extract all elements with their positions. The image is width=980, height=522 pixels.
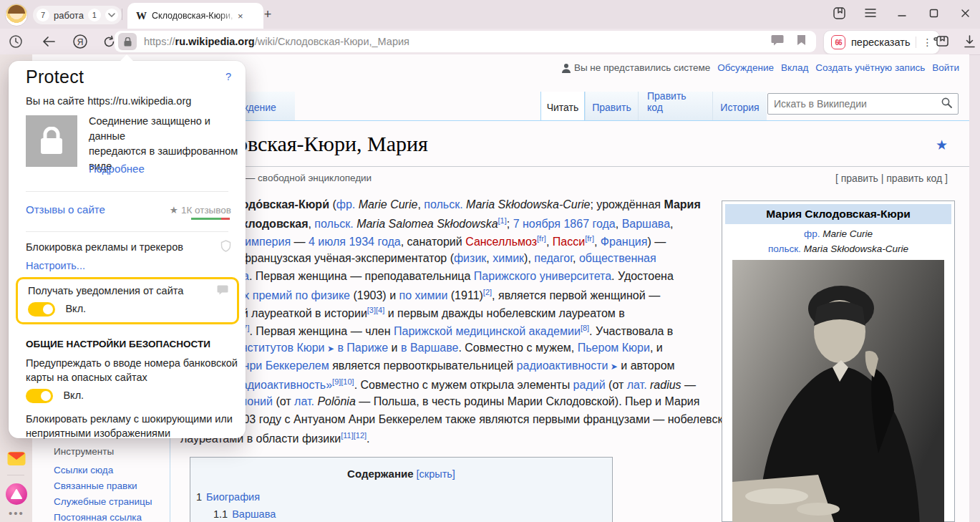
watchlist-star-icon[interactable]: ★ — [936, 137, 948, 153]
protect-help-link[interactable]: ? — [225, 71, 231, 82]
toc-item-biography[interactable]: 1Биография — [196, 491, 612, 503]
wiki-link[interactable]: 1867 года — [563, 218, 615, 230]
lock-icon[interactable] — [118, 33, 137, 50]
personal-link-contributions[interactable]: Вклад — [781, 62, 808, 73]
tab-group-работа[interactable]: 7 работа 1 — [33, 6, 122, 24]
wiki-link[interactable]: 7 ноября — [513, 218, 561, 230]
wiki-link[interactable]: по химии — [399, 289, 448, 301]
section-edit-links[interactable]: [ править | править код ] — [835, 173, 948, 184]
reference-link[interactable]: [fr] — [585, 234, 594, 243]
maximize-icon[interactable] — [927, 6, 940, 19]
wiki-link[interactable]: Варшава — [622, 218, 670, 230]
wiki-link[interactable]: химик — [493, 252, 524, 264]
tab-panel-icon[interactable] — [833, 6, 845, 19]
wiki-link[interactable]: лат. — [294, 395, 314, 407]
bookmark-flag-icon[interactable] — [797, 34, 806, 49]
retell-button[interactable]: 66 пересказать ⋮ — [823, 30, 940, 54]
history-clock-icon[interactable] — [7, 33, 24, 50]
wiki-link[interactable]: польск. — [314, 218, 353, 230]
page-comments-icon[interactable] — [771, 34, 784, 49]
wiki-link[interactable]: Санселльмоз — [465, 236, 537, 248]
reference-link[interactable]: [8] — [581, 324, 589, 332]
article-text: . Совместно с мужем открыла элементы — [354, 379, 573, 391]
sidebar-link-whatlinkshere[interactable]: Ссылки сюда — [54, 465, 152, 475]
wiki-link[interactable]: Парижского университета — [474, 270, 611, 282]
personal-bar: Вы не представились системе Обсуждение В… — [561, 62, 959, 73]
sidebar-link-special-pages[interactable]: Служебные страницы — [54, 497, 152, 507]
toc-hide-link[interactable]: [скрыть] — [417, 468, 455, 480]
new-tab-button[interactable]: + — [259, 6, 276, 23]
close-icon[interactable] — [959, 6, 971, 19]
yandex-mail-icon[interactable] — [6, 448, 26, 468]
tab-edit-source[interactable]: Править код — [638, 92, 712, 120]
details-link[interactable]: Подробнее — [89, 163, 145, 175]
wiki-link[interactable]: общественная — [579, 252, 656, 264]
wiki-link[interactable]: фр. — [336, 198, 356, 211]
article-text: — — [291, 236, 309, 248]
notifications-toggle[interactable] — [28, 302, 55, 316]
wiki-link[interactable]: Пьером Кюри — [578, 342, 650, 354]
search-input[interactable] — [768, 98, 941, 110]
site-reviews-link[interactable]: Отзывы о сайте — [26, 203, 105, 216]
sidebar-link-related-changes[interactable]: Связанные правки — [54, 481, 152, 491]
reference-link[interactable]: [3][4] — [367, 306, 384, 314]
title-rule — [180, 166, 969, 167]
wiki-link[interactable]: Парижской медицинской академии — [394, 325, 581, 337]
wiki-link[interactable]: польск. — [424, 198, 462, 211]
wiki-link[interactable]: 4 июля — [309, 236, 346, 248]
downloads-icon[interactable] — [961, 33, 978, 50]
reference-link[interactable]: [2] — [483, 288, 492, 296]
retell-label: пересказать — [851, 37, 910, 48]
wiki-link[interactable]: радиоактивности — [517, 359, 608, 372]
reference-link[interactable]: [fr] — [537, 234, 546, 243]
tab-group-chevron[interactable] — [105, 9, 118, 21]
minimize-icon[interactable] — [896, 6, 908, 19]
wiki-link[interactable]: в Варшаве — [401, 342, 458, 354]
wiki-link[interactable]: Институтов Кюри — [233, 342, 324, 354]
wiki-link[interactable]: педагог — [534, 252, 573, 264]
tab-edit[interactable]: Править — [585, 92, 638, 120]
article-text: ➤ — [608, 362, 617, 372]
protect-title: Protect — [26, 67, 84, 87]
tab-close-icon[interactable]: × — [238, 11, 243, 21]
wiki-link[interactable]: 1934 года — [349, 236, 400, 248]
article-text: Maria Salomea Skłodowska — [354, 218, 498, 230]
wiki-link[interactable]: в Париже — [337, 342, 388, 354]
toc-item-warsaw[interactable]: 1.1Варшава — [213, 508, 612, 520]
personal-link-create-account[interactable]: Создать учётную запись — [815, 62, 925, 73]
bankcard-toggle[interactable] — [26, 389, 53, 403]
profile-avatar[interactable] — [5, 4, 28, 26]
search-icon[interactable] — [941, 97, 952, 111]
wiki-link[interactable]: физик — [454, 252, 486, 264]
wiki-link[interactable]: радиоактивность» — [235, 379, 332, 391]
wiki-link[interactable]: радий — [573, 379, 606, 391]
article-text: ( — [329, 198, 336, 211]
url-text: https://ru.wikipedia.org/wiki/Склодовска… — [144, 36, 771, 47]
tab-read[interactable]: Читать — [540, 92, 585, 120]
reference-link[interactable]: [1] — [498, 216, 507, 225]
wiki-link[interactable]: лат. — [627, 379, 647, 391]
portrait-photo[interactable] — [732, 260, 944, 522]
alice-assistant-icon[interactable] — [6, 483, 27, 505]
configure-link[interactable]: Настроить... — [26, 260, 85, 271]
window-controls — [833, 6, 971, 19]
retell-more-icon[interactable]: ⋮ — [922, 37, 932, 48]
back-icon[interactable] — [40, 33, 57, 50]
reference-link[interactable]: [11][12] — [341, 431, 367, 440]
menu-icon[interactable] — [864, 6, 877, 19]
personal-link-discussion[interactable]: Обсуждение — [717, 62, 774, 73]
wiki-link[interactable]: Пасси — [553, 236, 585, 248]
address-bar[interactable]: https://ru.wikipedia.org/wiki/Склодовска… — [115, 31, 816, 52]
tab-history[interactable]: История — [712, 92, 767, 120]
reference-link[interactable]: [9][10] — [332, 377, 354, 386]
personal-link-login[interactable]: Войти — [932, 62, 959, 73]
active-tab[interactable]: W Склодовская-Кюри, Ма × — [127, 3, 263, 29]
infobox: Мария Склодовская-Кюри фр. Marie Curie п… — [722, 200, 955, 522]
wiki-search[interactable] — [767, 93, 959, 115]
tab-group-collapsed-badge[interactable]: 1 — [88, 9, 101, 21]
strip-more-icon[interactable]: ••• — [9, 507, 24, 519]
side-panel-icon[interactable] — [933, 33, 950, 50]
yandex-button-icon[interactable]: Я — [72, 33, 89, 50]
sidebar-link-permanent[interactable]: Постоянная ссылка — [54, 513, 152, 522]
wiki-link[interactable]: Франция — [601, 236, 648, 248]
